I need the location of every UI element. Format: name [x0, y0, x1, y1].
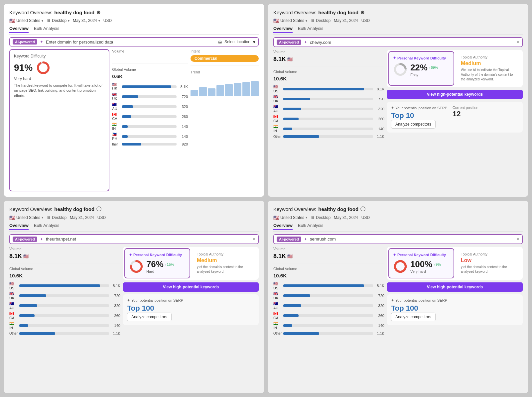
pkd-donut-4	[393, 259, 408, 274]
bar-track-in-1	[122, 125, 177, 128]
global-volume-value-1: 0.6K	[112, 73, 188, 79]
panel-3-currency: USD	[97, 215, 106, 220]
volume-value-2: 8.1K	[273, 56, 286, 63]
panel-1-device[interactable]: 🖥 Desktop ▾	[47, 18, 69, 23]
pkd-label-2: Personal Keyword Difficulty	[397, 56, 446, 60]
view-btn-2[interactable]: View high-potential keywords	[387, 90, 523, 99]
v-uk-4: 720	[375, 294, 384, 298]
ai-badge-1: AI-powered	[13, 39, 37, 45]
trend-bar-2	[199, 87, 207, 96]
panel-4-location[interactable]: 🇺🇸 United States ▾	[273, 215, 307, 220]
serp-right-2: Current position 12	[453, 106, 478, 118]
panel-2: Keyword Overview: healthy dog food ⊕ 🇺🇸 …	[268, 4, 528, 197]
analyze-btn-4[interactable]: Analyze competitors	[391, 313, 436, 321]
kd-desc-1: The hardest keyword to compete for. It w…	[14, 83, 105, 98]
tab-bulk-3[interactable]: Bulk Analysis	[34, 223, 60, 230]
panel-3-left-col: Volume 8.1K 🇺🇸 Global Volume 10.6K 🇺🇸 US…	[9, 247, 120, 388]
volume-label-1: Volume	[112, 49, 188, 53]
panel-3-location-label: United States	[16, 215, 40, 220]
tab-bulk-1[interactable]: Bulk Analysis	[34, 26, 60, 33]
bar-row-uk-4: 🇬🇧 UK 720	[273, 292, 384, 300]
serp-value-3: Top 100	[127, 304, 255, 313]
serp-current-label-2: Current position	[453, 106, 478, 110]
view-btn-3[interactable]: View high-potential keywords	[123, 282, 259, 292]
serp-label-3: ✦ Your potential position on SERP	[127, 298, 255, 303]
serp-value-4: Top 100	[391, 304, 519, 313]
panel-2-domain[interactable]: chewy.com	[310, 40, 514, 45]
panel-2-date: May 31, 2024	[334, 18, 358, 23]
panel-1-select-location[interactable]: Select location	[224, 40, 250, 44]
serp-box-4: ✦ Your potential position on SERP Top 10…	[387, 294, 523, 325]
tab-overview-3[interactable]: Overview	[9, 223, 29, 230]
bar-val-ca-1: 260	[179, 115, 188, 119]
v-ca-3: 260	[111, 314, 120, 318]
v-us-3: 8.1K	[111, 284, 120, 288]
panel-3-location[interactable]: 🇺🇸 United States ▾	[9, 215, 43, 220]
panel-4-device-label: Desktop	[316, 215, 331, 220]
tab-overview-2[interactable]: Overview	[273, 26, 293, 33]
trend-bar-3	[208, 88, 215, 96]
bar-track-uk-1	[122, 95, 177, 98]
panel-2-plus-icon[interactable]: ⊕	[360, 9, 365, 15]
pkd-header-3: ✦ Personal Keyword Difficulty	[129, 253, 186, 257]
bar-track-ca-1	[122, 115, 177, 118]
ta-value-3: Medium	[197, 257, 253, 263]
bar-row-us-2: 🇺🇸 US 8.1K	[273, 85, 384, 93]
close-icon-2[interactable]: ×	[516, 39, 519, 45]
gvol-label-4: Global Volume	[273, 267, 384, 271]
bar-row-au-2: 🇦🇺 AU 320	[273, 105, 384, 113]
panel-1-domain-placeholder[interactable]: Enter domain for personalized data	[46, 40, 215, 45]
c-au-2: 🇦🇺 AU	[273, 105, 281, 113]
bar-row-ca-1: 🇨🇦 CA 260	[112, 112, 188, 121]
chevron-down-icon: ▾	[42, 19, 43, 23]
c-other-4: Other	[273, 332, 281, 335]
view-btn-4[interactable]: View high-potential keywords	[387, 282, 523, 292]
tab-overview-4[interactable]: Overview	[273, 223, 293, 230]
v-ca-2: 260	[375, 117, 384, 121]
pkd-header-2: ✦ Personal Keyword Difficulty	[393, 56, 450, 60]
tab-bulk-4[interactable]: Bulk Analysis	[298, 223, 324, 230]
pkd-percent-row-4: 100% ↑9% Very hard	[393, 259, 450, 274]
divider-1	[112, 63, 188, 63]
tab-bulk-2[interactable]: Bulk Analysis	[298, 26, 324, 33]
vol-row-2: 8.1K 🇺🇸	[273, 56, 384, 63]
kd-percent-row-1: 91%	[14, 60, 105, 75]
monitor-icon: 🖥	[47, 18, 51, 23]
star-serp-2: ✦	[391, 106, 394, 110]
panel-4-plus-icon[interactable]: ⓘ	[360, 206, 365, 212]
panel-1-location[interactable]: 🇺🇸 United States ▾	[9, 18, 43, 23]
bar-row-us-3: 🇺🇸 US 8.1K	[9, 282, 120, 290]
panel-1-plus-icon[interactable]: ⊕	[96, 9, 101, 15]
panel-3-header: Keyword Overview: healthy dog food ⓘ	[9, 206, 259, 212]
star-icon-2: ✦	[304, 40, 307, 45]
close-icon-3[interactable]: ×	[252, 236, 255, 242]
c-us-4: 🇺🇸 US	[273, 282, 281, 290]
bar-row-au-1: 🇦🇺 AU 320	[112, 102, 188, 111]
panel-1-content: Keyword Difficulty 91% Very hard The har…	[9, 49, 259, 191]
panel-4-domain[interactable]: semrush.com	[310, 237, 514, 242]
panel-4-keyword: healthy dog food	[318, 206, 358, 212]
bar-row-ca-3: 🇨🇦 CA 260	[9, 312, 120, 320]
gvol-label-3: Global Volume	[9, 267, 120, 271]
divider-p3	[9, 263, 120, 263]
v-us-2: 8.1K	[375, 87, 384, 91]
bar-track-other-1	[122, 143, 177, 146]
bar-row-in-4: 🇮🇳 IN 140	[273, 322, 384, 330]
v-other-3: 1.1K	[111, 332, 120, 336]
flag-us-icon-4: 🇺🇸	[273, 215, 279, 220]
analyze-btn-2[interactable]: Analyze competitors	[391, 120, 436, 129]
flag-us-small-4: 🇺🇸	[287, 254, 293, 259]
tab-overview-1[interactable]: Overview	[9, 26, 29, 33]
close-icon-4[interactable]: ×	[516, 236, 519, 242]
pkd-difficulty-4: Very hard	[410, 269, 441, 273]
panel-3-plus-icon[interactable]: ⓘ	[96, 206, 101, 212]
analyze-btn-3[interactable]: Analyze competitors	[127, 313, 172, 321]
bar-list-2: 🇺🇸 US 8.1K 🇬🇧 UK 720 🇦🇺 AU 320	[273, 85, 384, 139]
c-ca-3: 🇨🇦 CA	[9, 312, 17, 320]
panel-3-keyword: healthy dog food	[54, 206, 94, 212]
panel-4-location-label: United States	[280, 215, 304, 220]
panel-3-domain[interactable]: theurbanpet.net	[46, 237, 250, 242]
panel-4-info-row: 🇺🇸 United States ▾ 🖥 Desktop May 31, 202…	[273, 215, 523, 220]
panel-1-date[interactable]: May 31, 2024 ▾	[73, 18, 100, 23]
panel-2-location[interactable]: 🇺🇸 United States ▾	[273, 18, 307, 23]
